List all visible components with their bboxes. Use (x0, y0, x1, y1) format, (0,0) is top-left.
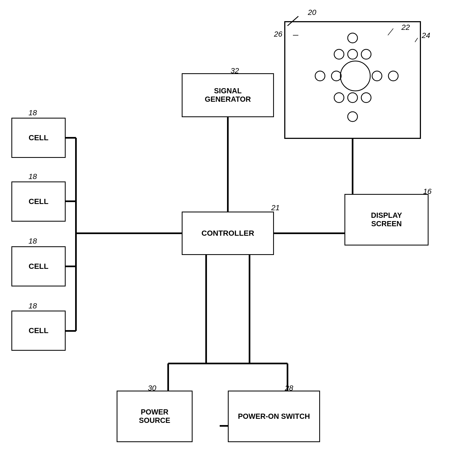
power-on-switch-box: POWER-ON SWITCH (228, 391, 320, 442)
power-source-box: POWER SOURCE (117, 391, 193, 442)
cell-1-box: CELL (11, 118, 66, 158)
display-screen-box: DISPLAY SCREEN (344, 194, 429, 245)
svg-rect-0 (285, 22, 420, 138)
ref-16-label: 16 (423, 187, 432, 196)
cell-2-box: CELL (11, 181, 66, 222)
ref-18b-label: 18 (28, 172, 37, 181)
ref-30-label: 30 (148, 384, 156, 393)
diagram-container: 20 22 24 26 CELL CELL CELL CELL 18 18 18… (0, 0, 476, 469)
ref-26-label: 26 (274, 30, 282, 39)
signal-generator-box: SIGNAL GENERATOR (182, 73, 274, 117)
ref-21-label: 21 (271, 203, 280, 212)
ref-32-label: 32 (231, 66, 239, 75)
ref-20-label: 20 (308, 8, 316, 17)
ref-22-label: 22 (401, 23, 410, 32)
controller-box: CONTROLLER (182, 212, 274, 255)
ref-18d-label: 18 (28, 302, 37, 310)
ref-18c-label: 18 (28, 237, 37, 245)
cell-3-box: CELL (11, 246, 66, 286)
ref-28-label: 28 (285, 384, 293, 393)
cell-4-box: CELL (11, 311, 66, 351)
ref-24-label: 24 (422, 31, 430, 40)
ref-18a-label: 18 (28, 109, 37, 117)
